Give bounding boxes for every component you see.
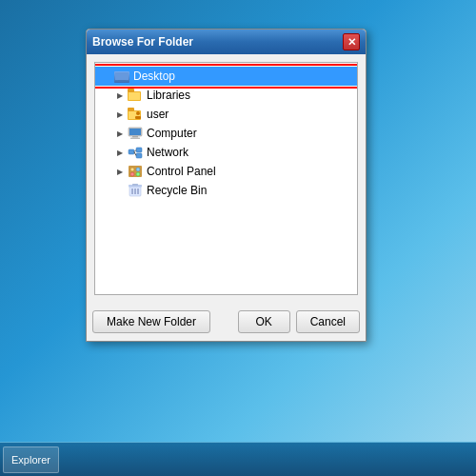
network-icon	[128, 145, 143, 160]
tree-item-network[interactable]: ▶ Network	[95, 143, 357, 162]
svg-rect-8	[128, 108, 134, 111]
svg-rect-5	[128, 89, 134, 92]
svg-line-20	[134, 152, 136, 156]
svg-rect-13	[129, 129, 141, 135]
svg-rect-2	[115, 72, 129, 80]
make-new-folder-button[interactable]: Make New Folder	[92, 310, 210, 333]
taskbar-item[interactable]: Explorer	[3, 446, 59, 473]
svg-point-24	[130, 172, 134, 176]
tree-item-user-label: user	[147, 108, 169, 121]
svg-point-25	[136, 172, 140, 176]
recycle-bin-icon	[128, 183, 143, 198]
arrow-desktop	[101, 70, 112, 82]
tree-item-libraries-label: Libraries	[147, 89, 190, 102]
svg-rect-17	[136, 148, 142, 152]
svg-rect-11	[135, 116, 141, 119]
svg-point-22	[130, 168, 134, 171]
tree-item-computer-label: Computer	[147, 127, 197, 140]
tree-item-desktop-label: Desktop	[133, 69, 175, 83]
svg-line-19	[134, 150, 136, 152]
control-panel-icon	[128, 164, 143, 179]
desktop-background: Browse For Folder ✕	[0, 0, 476, 476]
svg-rect-6	[129, 92, 140, 100]
tree-item-libraries[interactable]: ▶ Libraries	[95, 86, 357, 105]
libraries-icon	[128, 88, 143, 103]
dialog-title: Browse For Folder	[92, 35, 193, 49]
svg-rect-3	[118, 80, 126, 82]
dialog-footer: Make New Folder OK Cancel	[87, 303, 366, 341]
tree-item-recycle-bin-label: Recycle Bin	[147, 184, 207, 197]
tree-item-desktop[interactable]: Desktop	[95, 67, 357, 86]
svg-point-23	[136, 168, 140, 171]
tree-item-recycle-bin[interactable]: Recycle Bin	[95, 181, 357, 200]
tree-item-user[interactable]: ▶ user	[95, 105, 357, 124]
close-button[interactable]: ✕	[343, 33, 360, 50]
cancel-button[interactable]: Cancel	[296, 310, 360, 333]
arrow-libraries: ▶	[114, 89, 126, 101]
arrow-control-panel: ▶	[114, 166, 126, 177]
arrow-user: ▶	[114, 109, 126, 120]
arrow-network: ▶	[114, 147, 126, 158]
tree-item-network-label: Network	[147, 146, 188, 159]
arrow-recycle-bin	[114, 185, 126, 196]
svg-rect-18	[136, 153, 142, 158]
taskbar: Explorer	[0, 442, 476, 476]
svg-point-10	[136, 111, 140, 115]
dialog-titlebar: Browse For Folder ✕	[87, 30, 366, 54]
tree-item-computer[interactable]: ▶ Computer	[95, 124, 357, 143]
svg-rect-28	[132, 184, 138, 186]
desktop-icon	[114, 69, 129, 84]
ok-button[interactable]: OK	[238, 310, 290, 333]
svg-rect-14	[132, 136, 138, 138]
arrow-computer: ▶	[114, 128, 126, 139]
svg-rect-16	[129, 149, 134, 154]
computer-icon	[128, 126, 143, 141]
svg-rect-15	[130, 138, 140, 140]
browse-folder-dialog: Browse For Folder ✕	[86, 29, 367, 342]
tree-item-control-panel-label: Control Panel	[147, 165, 216, 178]
tree-item-control-panel[interactable]: ▶ Control Panel	[95, 162, 357, 181]
taskbar-item-label: Explorer	[11, 454, 50, 466]
folder-tree[interactable]: Desktop ▶ Libraries ▶	[94, 62, 358, 295]
user-folder-icon	[128, 107, 143, 122]
dialog-body: Desktop ▶ Libraries ▶	[87, 54, 366, 303]
